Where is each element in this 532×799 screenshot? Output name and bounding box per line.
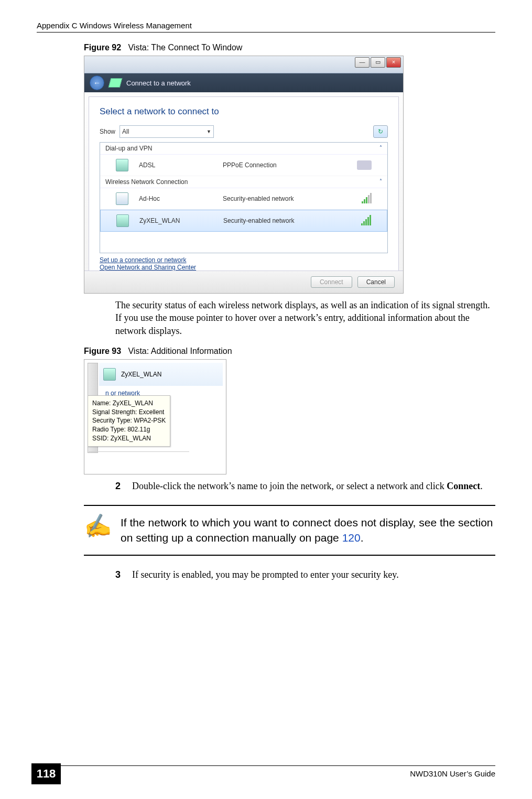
minimize-button[interactable]: —: [355, 57, 370, 68]
network-tooltip: Name: ZyXEL_WLAN Signal Strength: Excell…: [88, 395, 170, 447]
network-name: ZyXEL_WLAN: [139, 217, 213, 224]
group-dialup-label: Dial-up and VPN: [105, 145, 152, 152]
vista-footer: Connect Cancel: [84, 271, 403, 293]
figure-92-image: — ▭ × ← Connect to a network Select a ne…: [84, 56, 404, 294]
note-pre: If the network to which you want to conn…: [121, 516, 493, 543]
back-button[interactable]: ←: [90, 75, 104, 90]
modem-icon: [116, 159, 128, 171]
step-3: 3 If security is enabled, you may be pro…: [115, 568, 495, 581]
network-icon: [108, 78, 123, 88]
network-row-adhoc[interactable]: Ad-Hoc Security-enabled network: [100, 188, 387, 210]
network-row-zyxel[interactable]: ZyXEL_WLAN Security-enabled network: [100, 210, 387, 232]
vista-nav-row: ← Connect to a network: [84, 73, 403, 92]
note-text: If the network to which you want to conn…: [121, 515, 495, 545]
network-type: Security-enabled network: [223, 195, 351, 202]
cancel-button[interactable]: Cancel: [357, 276, 395, 288]
maximize-button[interactable]: ▭: [371, 57, 385, 68]
step-text: If security is enabled, you may be promp…: [132, 568, 399, 581]
show-label: Show: [100, 128, 115, 135]
step-number: 3: [115, 568, 125, 581]
divider: [89, 451, 189, 452]
step-number: 2: [115, 480, 125, 492]
figure-93-caption: Figure 93 Vista: Additional Information: [84, 347, 495, 356]
tooltip-line: SSID: ZyXEL_WLAN: [92, 434, 166, 443]
show-combobox[interactable]: All ▼: [120, 125, 214, 138]
refresh-button[interactable]: ↻: [373, 125, 388, 138]
wlan-icon: [116, 214, 129, 227]
network-type: Security-enabled network: [223, 217, 351, 224]
wlan-icon: [103, 368, 116, 381]
collapse-icon[interactable]: ˄: [379, 145, 382, 152]
step-2-pre: Double-click the network’s name to join …: [132, 481, 447, 491]
network-name: ADSL: [139, 161, 212, 169]
tooltip-line: Signal Strength: Excellent: [92, 408, 166, 417]
tooltip-line: Radio Type: 802.11g: [92, 425, 166, 434]
show-value: All: [122, 128, 129, 135]
close-button[interactable]: ×: [386, 57, 401, 68]
network-name: Ad-Hoc: [139, 195, 212, 202]
figure-93-image: ZyXEL_WLAN n or network Sharing Center N…: [84, 359, 226, 474]
step-2: 2 Double-click the network’s name to joi…: [115, 480, 495, 492]
refresh-icon: ↻: [378, 128, 383, 135]
connect-to-title: Connect to a network: [126, 79, 191, 87]
chevron-down-icon: ▼: [207, 129, 211, 134]
group-wireless: Wireless Network Connection ˄: [100, 176, 387, 188]
network-row-adsl[interactable]: ADSL PPPoE Connection: [100, 155, 387, 176]
link-open-sharing-center[interactable]: Open Network and Sharing Center: [100, 264, 388, 271]
figure-93-label: Figure 93: [84, 347, 121, 355]
connect-button[interactable]: Connect: [311, 276, 352, 288]
collapse-icon[interactable]: ˄: [379, 178, 382, 186]
tooltip-line: Name: ZyXEL_WLAN: [92, 399, 166, 408]
figure-93-title: Vista: Additional Information: [128, 347, 232, 355]
group-dialup: Dial-up and VPN ˄: [100, 143, 387, 155]
note-post: .: [361, 532, 364, 544]
vista-titlebar: — ▭ ×: [84, 56, 403, 73]
network-list: Dial-up and VPN ˄ ADSL PPPoE Connection …: [100, 142, 388, 253]
step-2-bold: Connect: [447, 481, 480, 491]
running-head: Appendix C Windows Wireless Management: [37, 21, 495, 33]
para-after-fig92: The security status of each wireless net…: [115, 299, 495, 337]
signal-icon: [361, 216, 371, 225]
link-setup-connection[interactable]: Set up a connection or network: [100, 256, 388, 264]
figure-92-label: Figure 92: [84, 43, 121, 52]
note-callout: ✍ If the network to which you want to co…: [84, 505, 495, 556]
figure-92-caption: Figure 92 Vista: The Connect To Window: [84, 43, 495, 52]
select-heading: Select a network to connect to: [100, 106, 388, 117]
figure-92-title: Vista: The Connect To Window: [128, 43, 242, 52]
note-icon: ✍: [82, 514, 112, 539]
network-row-zyxel[interactable]: ZyXEL_WLAN: [99, 363, 223, 386]
vista-body: Select a network to connect to Show All …: [89, 96, 399, 289]
note-link[interactable]: 120: [342, 532, 361, 544]
step-2-post: .: [480, 481, 483, 491]
tooltip-line: Security Type: WPA2-PSK: [92, 416, 166, 425]
footer-bar: NWD310N User’s Guide: [37, 765, 495, 778]
network-name: ZyXEL_WLAN: [121, 371, 161, 378]
adhoc-icon: [116, 192, 128, 205]
network-type: PPPoE Connection: [223, 161, 346, 169]
step-text: Double-click the network’s name to join …: [132, 480, 483, 492]
guide-title: NWD310N User’s Guide: [410, 769, 495, 778]
group-wireless-label: Wireless Network Connection: [105, 178, 188, 186]
signal-icon: [362, 194, 372, 203]
device-icon: [357, 160, 372, 170]
